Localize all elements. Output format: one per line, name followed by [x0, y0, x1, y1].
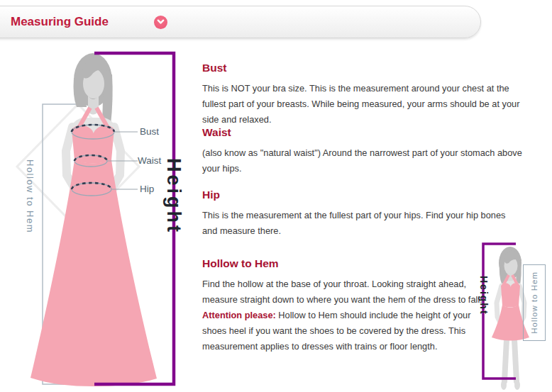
measurement-diagram: Bust Waist Hip Hollow to Hem Height: [0, 39, 199, 392]
hollow-to-hem-description: Find the hollow at the base of your thro…: [202, 276, 485, 354]
bust-section: Bust This is NOT your bra size. This is …: [202, 61, 523, 128]
hollow-to-hem-label: Hollow to Hem: [25, 159, 35, 233]
waist-label: Waist: [138, 155, 161, 166]
bust-heading: Bust: [202, 61, 523, 74]
page-title: Measuring Guide: [11, 15, 109, 29]
hollow-to-hem-diagram: Height Hollow to Hem: [465, 237, 552, 392]
section-header-bar[interactable]: Measuring Guide: [0, 6, 481, 38]
measuring-guide-page: Measuring Guide: [0, 0, 552, 392]
hip-section: Hip This is the measurement at the fulle…: [202, 188, 523, 239]
chevron-down-icon[interactable]: [154, 16, 167, 29]
hip-description: This is the measurement at the fullest p…: [202, 208, 523, 239]
waist-heading: Waist: [202, 125, 523, 139]
small-hollow-to-hem-label: Hollow to Hem: [530, 271, 539, 334]
hip-heading: Hip: [202, 188, 523, 201]
hollow-text-part1: Find the hollow at the base of your thro…: [202, 279, 482, 305]
bust-description: This is NOT your bra size. This is the m…: [202, 81, 523, 128]
bust-label: Bust: [140, 126, 159, 137]
height-label: Height: [162, 158, 184, 235]
small-hollow-to-hem-box: Hollow to Hem: [523, 264, 546, 341]
dress: [31, 108, 157, 386]
small-height-label: Height: [478, 276, 490, 315]
hip-label: Hip: [140, 184, 154, 194]
attention-label: Attention please:: [202, 310, 276, 320]
waist-description: (also know as "natural waist") Around th…: [202, 145, 523, 177]
hollow-to-hem-section: Hollow to Hem Find the hollow at the bas…: [202, 257, 485, 354]
hollow-to-hem-heading: Hollow to Hem: [202, 257, 485, 270]
waist-section: Waist (also know as "natural waist") Aro…: [202, 125, 523, 177]
